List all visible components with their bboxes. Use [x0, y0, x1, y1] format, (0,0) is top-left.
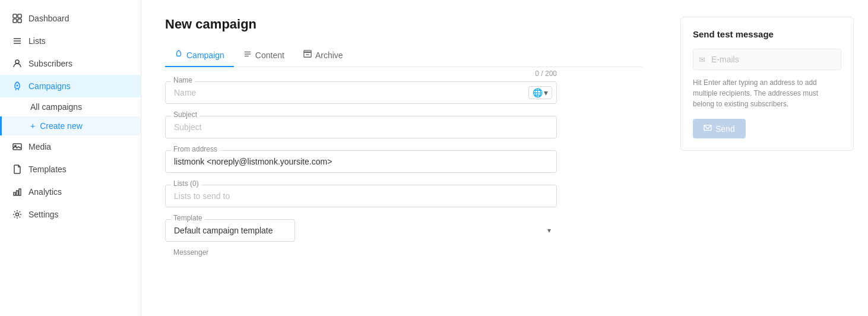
svg-rect-3 — [18, 19, 21, 23]
name-field: Name 0 / 200 🌐 ▾ — [165, 81, 557, 104]
send-button[interactable]: Send — [693, 119, 746, 138]
sidebar-sub-item-label: All campaigns — [30, 102, 82, 112]
lists-field: Lists (0) — [165, 185, 557, 207]
svg-point-14 — [16, 213, 19, 216]
file-icon — [12, 164, 23, 175]
svg-rect-19 — [304, 50, 311, 53]
tab-archive-label: Archive — [315, 50, 343, 60]
send-icon — [704, 124, 712, 134]
subject-field: Subject — [165, 116, 557, 138]
sidebar-item-templates[interactable]: Templates — [0, 158, 141, 181]
sidebar-item-media[interactable]: Media — [0, 135, 141, 158]
plus-icon: + — [30, 121, 35, 131]
name-label: Name — [171, 76, 195, 84]
emoji-button[interactable]: 🌐 ▾ — [528, 86, 552, 99]
list-icon — [12, 36, 23, 46]
tab-content[interactable]: Content — [234, 44, 294, 67]
tab-bar: Campaign Content Archive — [165, 44, 642, 67]
sidebar-item-label: Media — [28, 142, 51, 151]
sidebar-item-subscribers[interactable]: Subscribers — [0, 52, 141, 75]
from-address-label: From address — [171, 145, 220, 153]
sidebar-sub-item-label: Create new — [40, 121, 83, 131]
sidebar-item-label: Dashboard — [28, 14, 69, 23]
template-field: Template Default campaign template ▾ — [165, 219, 557, 242]
tab-campaign-label: Campaign — [186, 50, 224, 60]
sidebar-item-label: Lists — [28, 36, 46, 46]
sidebar-item-analytics[interactable]: Analytics — [0, 181, 141, 203]
send-test-title: Send test message — [693, 29, 841, 39]
campaign-form: Name 0 / 200 🌐 ▾ Subject From address Li… — [165, 81, 557, 242]
right-panel: Send test message ✉ Hit Enter after typi… — [666, 0, 868, 316]
emoji-icon: 🌐 — [533, 88, 543, 97]
content-tab-icon — [243, 50, 252, 60]
template-label: Template — [171, 214, 205, 222]
sidebar-item-campaigns[interactable]: Campaigns — [0, 75, 141, 97]
sidebar-item-all-campaigns[interactable]: All campaigns — [0, 97, 141, 116]
svg-rect-12 — [17, 191, 18, 195]
name-count: 0 / 200 — [535, 69, 557, 78]
sidebar-item-label: Analytics — [28, 187, 62, 197]
lists-label: Lists (0) — [171, 179, 201, 188]
tab-content-label: Content — [255, 50, 284, 60]
svg-rect-0 — [13, 14, 17, 18]
svg-rect-13 — [19, 189, 21, 195]
envelope-icon: ✉ — [699, 55, 705, 64]
rocket-tab-icon — [175, 50, 183, 60]
email-input[interactable] — [693, 49, 841, 70]
name-input-wrapper: 🌐 ▾ — [165, 81, 557, 104]
sidebar-item-lists[interactable]: Lists — [0, 30, 141, 52]
from-address-field: From address — [165, 150, 557, 173]
sidebar: Dashboard Lists Subscribers — [0, 0, 141, 316]
send-test-hint: Hit Enter after typing an address to add… — [693, 77, 841, 109]
page-title: New campaign — [165, 17, 642, 32]
subject-label: Subject — [171, 110, 199, 119]
bar-chart-icon — [12, 187, 23, 197]
template-select-wrapper: Default campaign template ▾ — [165, 219, 557, 242]
svg-rect-2 — [13, 19, 17, 23]
image-icon — [12, 141, 23, 152]
main-content: New campaign Campaign Content — [141, 0, 666, 316]
svg-rect-11 — [14, 192, 15, 195]
sidebar-item-label: Subscribers — [28, 59, 72, 68]
rocket-icon — [12, 81, 23, 91]
svg-point-8 — [17, 85, 18, 87]
sidebar-item-label: Settings — [28, 210, 59, 219]
user-icon — [12, 58, 23, 69]
grid-icon — [12, 13, 23, 24]
svg-point-7 — [15, 60, 19, 64]
sidebar-item-label: Templates — [28, 165, 66, 174]
lists-input[interactable] — [165, 185, 557, 207]
tab-archive[interactable]: Archive — [294, 44, 353, 67]
sidebar-item-settings[interactable]: Settings — [0, 203, 141, 226]
sidebar-item-dashboard[interactable]: Dashboard — [0, 7, 141, 30]
send-button-label: Send — [715, 124, 735, 134]
from-address-input[interactable] — [165, 150, 557, 173]
send-test-card: Send test message ✉ Hit Enter after typi… — [680, 17, 854, 151]
subject-input[interactable] — [165, 116, 557, 138]
email-input-wrapper: ✉ — [693, 49, 841, 70]
template-select[interactable]: Default campaign template — [165, 219, 295, 242]
settings-icon — [12, 209, 23, 220]
tab-campaign[interactable]: Campaign — [165, 44, 234, 67]
chevron-down-icon: ▾ — [547, 226, 551, 235]
sidebar-item-create-new[interactable]: + Create new — [0, 116, 141, 135]
sidebar-item-label: Campaigns — [28, 81, 71, 91]
name-input[interactable] — [165, 81, 557, 104]
svg-rect-1 — [18, 14, 21, 18]
emoji-chevron: ▾ — [544, 88, 548, 97]
messenger-label: Messenger — [171, 248, 211, 257]
archive-tab-icon — [303, 50, 312, 60]
